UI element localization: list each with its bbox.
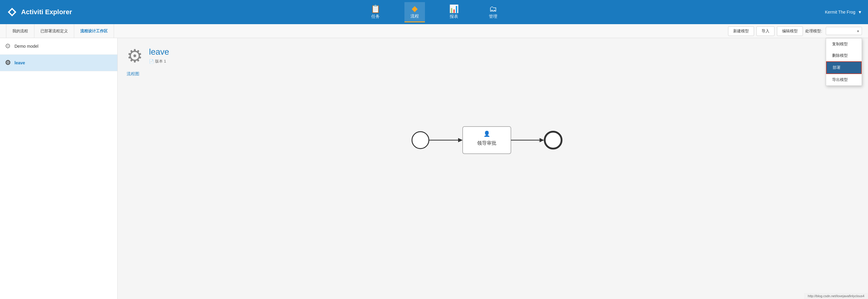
process-title: leave [149, 47, 169, 57]
top-navigation: Activiti Explorer 📋 任务 ◆ 流程 📊 报表 🗂 管理 Ke… [0, 0, 868, 24]
nav-process[interactable]: ◆ 流程 [404, 2, 425, 22]
process-icon: ◆ [412, 4, 418, 12]
task-label: 领导审批 [477, 140, 496, 145]
user-task-icon: 👤 [484, 131, 490, 137]
sidebar-item-demo-model[interactable]: ⚙ Demo model [0, 38, 117, 55]
user-dropdown-arrow[interactable]: ▼ [858, 10, 862, 15]
dropdown-export-model[interactable]: 导出模型 [826, 74, 862, 85]
flow-diagram: 👤 领导审批 [127, 107, 859, 173]
subnav-deployed[interactable]: 已部署流程定义 [34, 24, 74, 38]
subnav-designer[interactable]: 流程设计工作区 [74, 24, 114, 38]
dropdown-copy-model[interactable]: 复制模型 [826, 38, 862, 50]
url-text: http://blog.csdn.net/lovejavafinlyclous4 [808, 294, 864, 298]
subnav-deployed-label: 已部署流程定义 [40, 28, 68, 34]
nav-report[interactable]: 📊 报表 [443, 2, 465, 22]
main-content: ⚙ Demo model ⚙ leave ⚙ leave 📄 版本 1 流程图 [0, 38, 868, 299]
toolbar-buttons: 新建模型 导入 编辑模型 处理模型: [728, 26, 862, 36]
new-model-button[interactable]: 新建模型 [728, 26, 754, 36]
process-info: leave 📄 版本 1 [149, 47, 169, 64]
app-title: Activiti Explorer [21, 8, 72, 16]
content-area: ⚙ leave 📄 版本 1 流程图 👤 [118, 38, 868, 299]
version-label: 版本 1 [155, 59, 166, 64]
process-gear-icon: ⚙ [127, 47, 143, 65]
flow-arrow-2 [539, 138, 544, 142]
process-type-select-wrapper [826, 27, 862, 35]
logo: Activiti Explorer [6, 6, 91, 18]
nav-report-label: 报表 [450, 14, 458, 19]
end-event [545, 132, 562, 148]
dropdown-menu: 复制模型 删除模型 部署 导出模型 [826, 38, 862, 86]
sidebar-item-demo-model-label: Demo model [14, 44, 38, 49]
subnav-designer-label: 流程设计工作区 [80, 28, 108, 34]
diagram-link[interactable]: 流程图 [127, 71, 140, 77]
report-icon: 📊 [449, 5, 459, 13]
admin-icon: 🗂 [489, 5, 497, 13]
process-version: 📄 版本 1 [149, 59, 169, 64]
version-icon: 📄 [149, 59, 154, 64]
gear-icon-demo: ⚙ [5, 42, 11, 50]
nav-process-label: 流程 [410, 13, 419, 19]
dropdown-delete-model[interactable]: 删除模型 [826, 50, 862, 61]
nav-admin[interactable]: 🗂 管理 [483, 2, 503, 22]
start-event [412, 132, 429, 148]
process-type-label: 处理模型: [805, 28, 822, 34]
flow-svg: 👤 领导审批 [402, 119, 583, 161]
user-area: Kermit The Frog ▼ [777, 10, 862, 15]
task-icon: 📋 [371, 5, 380, 13]
dropdown-deploy[interactable]: 部署 [826, 61, 862, 74]
user-name: Kermit The Frog [825, 10, 855, 15]
subnav-my-process[interactable]: 我的流程 [6, 24, 34, 38]
sub-navigation: 我的流程 已部署流程定义 流程设计工作区 新建模型 导入 编辑模型 处理模型: [0, 24, 868, 38]
url-bar: http://blog.csdn.net/lovejavafinlyclous4 [804, 293, 868, 299]
subnav-my-process-label: 我的流程 [12, 28, 28, 34]
sidebar-item-leave[interactable]: ⚙ leave [0, 55, 117, 71]
nav-admin-label: 管理 [489, 14, 497, 19]
flow-arrow-1 [458, 138, 463, 142]
nav-task[interactable]: 📋 任务 [365, 2, 386, 22]
logo-icon [6, 6, 18, 18]
gear-icon-leave: ⚙ [5, 59, 11, 67]
sidebar-item-leave-label: leave [14, 60, 25, 65]
process-header: ⚙ leave 📄 版本 1 [127, 47, 859, 65]
edit-model-button[interactable]: 编辑模型 [777, 26, 803, 36]
nav-task-label: 任务 [371, 14, 380, 19]
import-button[interactable]: 导入 [756, 26, 775, 36]
sidebar: ⚙ Demo model ⚙ leave [0, 38, 118, 299]
nav-items: 📋 任务 ◆ 流程 📊 报表 🗂 管理 [91, 2, 777, 22]
process-type-select[interactable] [826, 27, 862, 35]
